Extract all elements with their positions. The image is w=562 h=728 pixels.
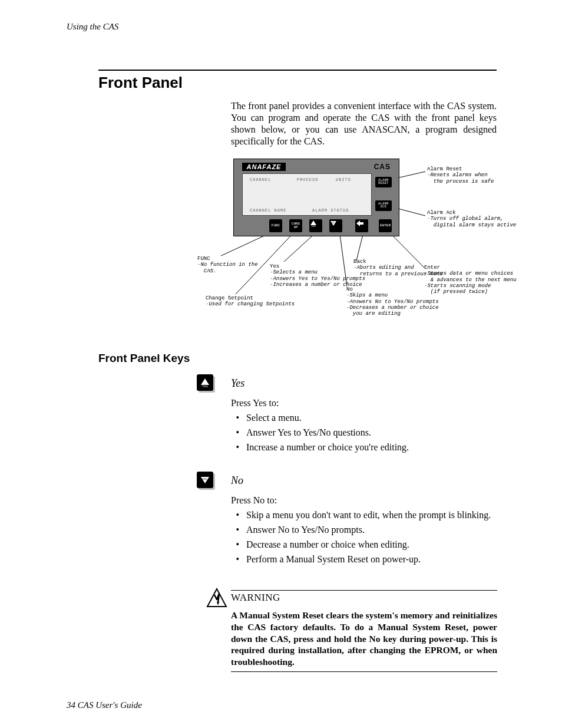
btn-enter[interactable]: ENTER	[379, 219, 392, 232]
svg-marker-12	[356, 220, 363, 226]
svg-text:NO: NO	[331, 222, 334, 224]
svg-text:YES: YES	[202, 385, 208, 388]
lcd-label-alarmstatus: ALARM STATUS	[312, 208, 349, 213]
no-key-icon: NO	[197, 472, 213, 488]
panel-body: ANAFAZE CAS CHANNEL PROCESS UNITS CHANNE…	[233, 159, 399, 236]
caption-no: No -Skips a menu-Answers No to Yes/No pr…	[346, 286, 439, 317]
btn-chngsp[interactable]: CHNGSP	[289, 219, 302, 232]
intro-paragraph: The front panel provides a convenient in…	[231, 100, 497, 147]
caption-func: FUNC -No function in the CAS.	[197, 256, 258, 274]
btn-alarm-ack[interactable]: ALARMACK	[375, 200, 392, 211]
lcd-label-process: PROCESS	[297, 177, 318, 182]
btn-back[interactable]	[355, 219, 368, 232]
svg-marker-18	[217, 602, 219, 605]
svg-marker-8	[310, 220, 316, 225]
svg-text:NO: NO	[203, 477, 207, 480]
running-header: Using the CAS	[67, 22, 118, 32]
yes-item: Select a menu.	[244, 413, 497, 423]
svg-marker-13	[201, 378, 209, 385]
page-footer: 34 CAS User's Guide	[67, 700, 142, 710]
no-item: Perform a Manual System Reset on power-u…	[244, 554, 497, 565]
svg-text:YES: YES	[311, 225, 316, 228]
lcd-label-units: UNITS	[336, 177, 351, 182]
yes-block: Press Yes to: Select a menu. Answer Yes …	[231, 398, 497, 457]
caption-alarm-ack: Alarm Ack -Turns off global alarm, digit…	[427, 210, 516, 228]
caption-chng-sp: Change Setpoint -Used for changing Setpo…	[206, 295, 295, 308]
caption-yes: Yes -Selects a menu-Answers Yes to Yes/N…	[270, 263, 365, 288]
yes-item: Increase a number or choice you're editi…	[244, 442, 497, 453]
warning-block: WARNING A Manual System Reset clears the…	[206, 590, 497, 672]
lcd-label-channelname: CHANNEL NAME	[250, 208, 286, 213]
yes-lead: Press Yes to:	[231, 398, 497, 409]
yes-item: Answer Yes to Yes/No questions.	[244, 427, 497, 438]
warning-icon	[206, 588, 227, 609]
panel-brand: ANAFAZE	[242, 163, 286, 171]
caption-back: Back -Aborts editing and returns to a pr…	[353, 259, 442, 277]
caption-alarm-reset: Alarm Reset -Resets alarms when the proc…	[427, 166, 494, 185]
no-subheading: No	[231, 475, 243, 487]
btn-yes[interactable]: YES	[309, 219, 322, 232]
heading-front-panel: Front Panel	[98, 70, 497, 92]
front-panel-diagram: ANAFAZE CAS CHANNEL PROCESS UNITS CHANNE…	[194, 156, 504, 338]
no-item: Skip a menu you don't want to edit, when…	[244, 510, 497, 521]
lcd-label-channel: CHANNEL	[250, 177, 271, 182]
btn-no[interactable]: NO	[329, 219, 342, 232]
panel-lcd: CHANNEL PROCESS UNITS CHANNEL NAME ALARM…	[242, 173, 372, 216]
panel-model: CAS	[374, 163, 391, 171]
warning-title: WARNING	[231, 591, 497, 604]
btn-func[interactable]: FUNC	[269, 219, 282, 232]
no-item: Answer No to Yes/No prompts.	[244, 525, 497, 535]
no-block: Press No to: Skip a menu you don't want …	[231, 495, 497, 569]
heading-front-panel-keys: Front Panel Keys	[98, 352, 190, 365]
yes-key-icon: YES	[197, 374, 213, 391]
yes-subheading: Yes	[231, 377, 244, 390]
no-item: Decrease a number or choice when editing…	[244, 539, 497, 550]
btn-alarm-reset[interactable]: ALARMRESET	[375, 177, 392, 187]
no-lead: Press No to:	[231, 495, 497, 506]
warning-text: A Manual System Reset clears the system'…	[231, 604, 497, 668]
